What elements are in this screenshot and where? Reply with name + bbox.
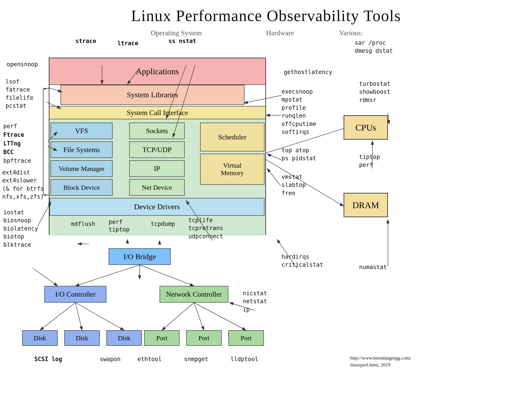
snmpget-label: snmpget	[184, 356, 208, 362]
syslibs-layer: System Libraries	[61, 85, 245, 105]
iocontroller-label: I/O Controller	[55, 290, 95, 298]
svg-line-27	[140, 265, 194, 286]
applications-label: Applications	[136, 66, 179, 76]
disk2-box: Disk	[64, 330, 100, 346]
virtmem-box: VirtualMemory	[200, 154, 265, 185]
filesystems-label: File Systems	[63, 146, 100, 154]
svg-line-16	[267, 154, 281, 160]
turbostat-group-label: turbostat showboost rdmsr	[359, 80, 390, 104]
os-block: Applications System Libraries System Cal…	[49, 58, 266, 235]
sar-group-label: sar /proc dmesg dstat	[355, 39, 393, 55]
footer-label: http://www.brendangregg.com/linuxperf.ht…	[350, 355, 411, 368]
numastat-label: numastat	[359, 264, 387, 270]
iocontroller-box: I/O Controller	[44, 286, 106, 303]
netdev-box: Net Device	[129, 179, 185, 196]
mdflush-label: mdflush	[71, 221, 95, 227]
nicstat-group-label: nicstat netstat ip	[243, 289, 267, 313]
sockets-label: Sockets	[146, 127, 168, 135]
ltrace-label: ltrace	[117, 40, 138, 47]
svg-line-33	[194, 303, 246, 330]
vmstat-group-label: vmstat slabtop free	[282, 173, 306, 197]
applications-layer: Applications	[50, 58, 265, 85]
dram-label: DRAM	[352, 200, 379, 210]
volmanager-box: Volume Manager	[51, 160, 113, 177]
port2-box: Port	[186, 330, 222, 346]
syslibs-label: System Libraries	[127, 91, 178, 99]
svg-line-30	[75, 303, 124, 330]
syscall-label: System Call Interface	[127, 109, 188, 117]
cpus-label: CPUs	[355, 122, 376, 133]
svg-line-32	[194, 303, 204, 330]
various-section-label: Various:	[339, 29, 363, 37]
top-group-label: top atop ps pidstat	[282, 146, 316, 163]
disk1-label: Disk	[34, 334, 46, 342]
cpus-box: CPUs	[344, 115, 388, 140]
port3-label: Port	[241, 334, 252, 342]
svg-line-26	[75, 265, 140, 286]
svg-line-17	[267, 168, 281, 186]
iobridge-box: I/O Bridge	[109, 248, 171, 265]
svg-line-31	[162, 303, 194, 330]
disk2-label: Disk	[76, 334, 89, 342]
port2-label: Port	[198, 334, 209, 342]
tcpudp-box: TCP/UDP	[129, 141, 185, 158]
scheduler-box: Scheduler	[200, 123, 265, 151]
ext4-group-label: ext4dist ext4slower (& for btrfs nfs,xfs…	[2, 168, 44, 201]
hw-section-label: Hardware	[266, 29, 294, 37]
svg-line-40	[33, 268, 58, 286]
svg-marker-22	[43, 88, 45, 90]
hardirqs-group-label: hardirqs criticalstat	[282, 253, 323, 269]
vfs-label: VFS	[75, 127, 88, 135]
disk3-box: Disk	[106, 330, 142, 346]
tiptop-group-label: tiptop perf	[359, 153, 380, 169]
ethtool-label: ethtool	[137, 356, 162, 362]
disk1-box: Disk	[22, 330, 58, 346]
os-section-label: Operating System	[151, 29, 202, 37]
tcpudp-label: TCP/UDP	[142, 146, 171, 154]
dram-box: DRAM	[344, 193, 388, 217]
port1-box: Port	[144, 330, 180, 346]
lsof-group-label: lsof fatrace filelife pcstat	[6, 78, 33, 110]
tcpdump-label: tcpdump	[151, 221, 175, 227]
scheduler-label: Scheduler	[218, 133, 247, 141]
strace-label: strace	[75, 38, 96, 44]
virtmem-label: VirtualMemory	[221, 162, 244, 177]
svg-line-12	[388, 113, 389, 124]
sockets-box: Sockets	[129, 123, 185, 139]
blockdev-box: Block Device	[51, 179, 113, 196]
vfs-box: VFS	[51, 123, 113, 139]
iobridge-label: I/O Bridge	[123, 253, 156, 261]
port1-label: Port	[156, 334, 167, 342]
tcplife-group-label: tcplife tcpretrans udpconnect	[188, 216, 223, 240]
gethostlatency-label: gethostlatency	[284, 69, 332, 75]
port3-box: Port	[228, 330, 264, 346]
syscall-layer: System Call Interface	[50, 106, 265, 119]
svg-line-28	[40, 303, 75, 330]
netdev-label: Net Device	[142, 184, 172, 191]
swapon-label: swapon	[100, 356, 120, 362]
iostat-group-label: iostat biosnoop biolatency biotop blktra…	[3, 208, 38, 249]
ip-box: IP	[129, 160, 185, 177]
ip-label: IP	[154, 165, 160, 173]
perf-tiptop-label: perf tiptop	[109, 218, 129, 234]
diagram-container: Operating System Hardware Various: Appli…	[0, 27, 532, 399]
disk3-label: Disk	[118, 334, 131, 342]
page-title: Linux Performance Observability Tools	[0, 0, 532, 25]
scsilog-label: SCSI log	[34, 356, 62, 362]
netcontroller-box: Network Controller	[160, 286, 228, 303]
perf-group-label: perf Ftrace LTTng BCC bpftrace	[3, 122, 31, 165]
svg-line-29	[75, 303, 82, 330]
ss-nstat-label: ss nstat	[168, 38, 196, 44]
opensnoop-label: opensnoop	[7, 61, 38, 68]
lldptool-label: lldptool	[231, 356, 258, 362]
volmanager-label: Volume Manager	[59, 165, 105, 172]
filesystems-box: File Systems	[51, 141, 113, 158]
devdrivers-layer: Device Drivers	[50, 198, 265, 216]
blockdev-label: Block Device	[63, 184, 100, 191]
netcontroller-label: Network Controller	[166, 290, 222, 298]
devdrivers-label: Device Drivers	[134, 203, 180, 211]
execsnoop-group-label: execsnoop mpstat profile runqlen offcput…	[282, 88, 316, 136]
